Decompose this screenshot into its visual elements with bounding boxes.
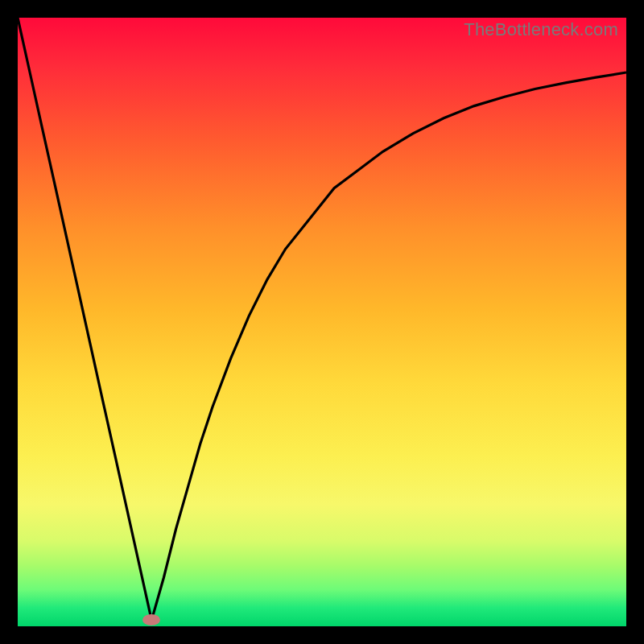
optimal-point-marker [142,614,160,625]
bottleneck-curve [18,18,626,620]
chart-plot-area: TheBottleneck.com [18,18,626,626]
curve-svg [18,18,626,626]
